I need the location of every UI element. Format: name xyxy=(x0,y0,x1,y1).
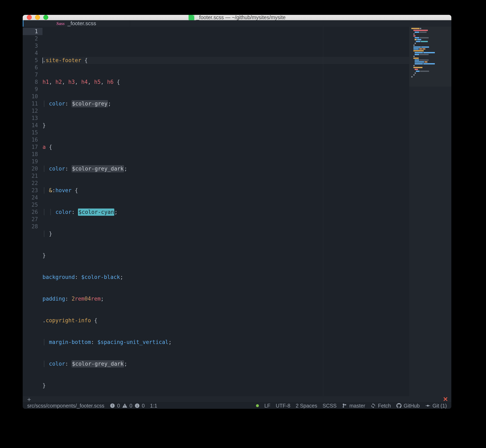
git-status[interactable]: Git (1) xyxy=(425,403,447,409)
encoding[interactable]: UTF-8 xyxy=(276,403,290,409)
line-number[interactable]: 10 xyxy=(23,93,42,100)
line-number[interactable]: 23 xyxy=(23,187,42,194)
file-status[interactable] xyxy=(256,404,259,407)
unit: rem xyxy=(75,295,85,303)
minimize-window-button[interactable] xyxy=(35,15,40,20)
diagnostics[interactable]: 0 0 0 xyxy=(110,403,145,409)
warning-icon xyxy=(122,403,127,408)
line-number[interactable]: 20 xyxy=(23,165,42,172)
property: padding xyxy=(42,295,65,303)
line-number[interactable]: 22 xyxy=(23,180,42,187)
line-number[interactable]: 13 xyxy=(23,115,42,122)
selector: h1 xyxy=(42,79,49,86)
property: color xyxy=(55,208,71,216)
line-number[interactable]: 12 xyxy=(23,107,42,115)
line-number[interactable]: 11 xyxy=(23,100,42,107)
selector: a xyxy=(42,144,46,151)
commit-icon xyxy=(425,403,431,408)
variable: $color-black xyxy=(81,273,120,281)
selector: h3 xyxy=(68,79,75,86)
file-path[interactable]: src/scss/components/_footer.scss xyxy=(27,403,104,409)
zoom-window-button[interactable] xyxy=(43,15,48,20)
editor-window: _footer.scss — ~/github/mysites/mysite S… xyxy=(23,15,451,409)
warning-count: 0 xyxy=(130,403,133,409)
line-number[interactable]: 1 xyxy=(23,28,42,35)
tab-label: _footer.scss xyxy=(67,20,96,27)
status-bar: src/scss/components/_footer.scss 0 0 0 1… xyxy=(23,402,451,409)
sass-icon: Sass xyxy=(56,21,65,26)
selector: copyright-info xyxy=(46,317,91,324)
line-number[interactable]: 7 xyxy=(23,71,42,79)
line-number[interactable]: 5 xyxy=(23,57,42,64)
minimap[interactable] xyxy=(409,27,451,396)
close-window-button[interactable] xyxy=(27,15,32,20)
github-icon xyxy=(396,403,402,408)
line-number[interactable]: 21 xyxy=(23,172,42,180)
info-icon xyxy=(134,403,140,408)
selector: h4 xyxy=(81,79,88,86)
line-number[interactable]: 27 xyxy=(23,216,42,223)
line-number[interactable]: 9 xyxy=(23,86,42,93)
close-icon[interactable]: ✕ xyxy=(443,396,448,402)
property: margin-bottom xyxy=(49,339,91,346)
editor-main: 1 2 3 4 5 6 7 8 9 10 11 12 13 14 15 16 1… xyxy=(23,27,451,396)
parent-selector: & xyxy=(49,187,52,194)
git-fetch[interactable]: Fetch xyxy=(370,403,391,409)
file-type-icon xyxy=(188,15,194,20)
window-controls xyxy=(23,15,48,20)
property: color xyxy=(49,360,65,368)
error-count: 0 xyxy=(117,403,120,409)
github-link[interactable]: GitHub xyxy=(396,403,420,409)
cursor-position[interactable]: 1:1 xyxy=(150,403,157,409)
line-number[interactable]: 25 xyxy=(23,201,42,208)
number: 4 xyxy=(88,295,91,303)
line-number[interactable]: 4 xyxy=(23,49,42,57)
bottom-panel: ＋ ✕ xyxy=(23,396,451,402)
selector: h5 xyxy=(94,79,101,86)
unit: rem xyxy=(91,295,101,303)
titlebar: _footer.scss — ~/github/mysites/mysite xyxy=(23,15,451,20)
indentation[interactable]: 2 Spaces xyxy=(296,403,317,409)
line-number[interactable]: 26 xyxy=(23,208,42,216)
git-branch[interactable]: master xyxy=(342,403,365,409)
variable: $color-cyan xyxy=(78,208,114,216)
line-number[interactable]: 14 xyxy=(23,122,42,129)
line-number[interactable]: 3 xyxy=(23,42,42,49)
github-label: GitHub xyxy=(404,403,420,409)
line-number[interactable]: 19 xyxy=(23,158,42,165)
line-number[interactable]: 8 xyxy=(23,79,42,86)
variable: $color-grey_dark xyxy=(71,360,124,368)
selector: h6 xyxy=(107,79,113,86)
git-label: Git (1) xyxy=(432,403,447,409)
number: 0 xyxy=(85,295,88,303)
selector: h2 xyxy=(55,79,62,86)
minimap-content xyxy=(411,28,450,78)
property: color xyxy=(49,165,65,172)
property: color xyxy=(49,100,65,107)
tab-footer-scss[interactable]: Sass _footer.scss xyxy=(23,20,130,27)
code-editor[interactable]: .site-footer { h1, h2, h3, h4, h5, h6 { … xyxy=(42,27,409,396)
line-number[interactable]: 18 xyxy=(23,151,42,158)
language[interactable]: SCSS xyxy=(323,403,337,409)
line-number[interactable]: 6 xyxy=(23,64,42,71)
plus-icon[interactable]: ＋ xyxy=(26,396,32,402)
branch-icon xyxy=(342,403,347,408)
line-number[interactable]: 16 xyxy=(23,136,42,144)
line-number[interactable]: 24 xyxy=(23,194,42,201)
variable: $spacing-unit_vertical xyxy=(97,339,168,346)
line-number[interactable]: 17 xyxy=(23,144,42,151)
fetch-label: Fetch xyxy=(378,403,391,409)
line-number[interactable]: 2 xyxy=(23,35,42,42)
pseudo-class: hover xyxy=(55,187,71,194)
gutter: 1 2 3 4 5 6 7 8 9 10 11 12 13 14 15 16 1… xyxy=(23,27,42,396)
line-number[interactable]: 15 xyxy=(23,129,42,136)
line-ending[interactable]: LF xyxy=(264,403,270,409)
variable: $color-grey_dark xyxy=(71,165,124,172)
unsaved-indicator-icon xyxy=(256,404,259,407)
tab-bar: Sass _footer.scss xyxy=(23,20,451,27)
variable: $color-grey xyxy=(71,100,108,107)
info-count: 0 xyxy=(142,403,145,409)
window-title: _footer.scss — ~/github/mysites/mysite xyxy=(196,15,286,20)
number: 2 xyxy=(71,295,75,303)
line-number[interactable]: 28 xyxy=(23,223,42,230)
